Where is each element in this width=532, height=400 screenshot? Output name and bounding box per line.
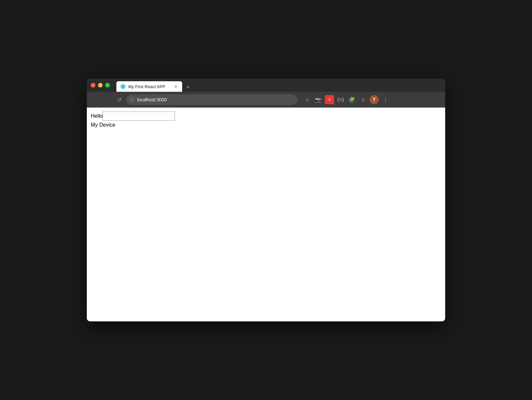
react-devtools-icon[interactable]: ⚛ [325, 95, 334, 104]
minimize-button[interactable] [98, 83, 103, 88]
back-button[interactable]: ← [91, 95, 100, 104]
forward-button[interactable]: → [103, 95, 112, 104]
nav-bar: ← → ↺ ⓘ localhost:3000 ☆ 📷 ⚛ (=) 🧩 ♫ T ⋮ [87, 92, 445, 108]
address-bar[interactable]: ⓘ localhost:3000 [126, 94, 297, 105]
react-favicon-icon: ⚛ [120, 84, 126, 89]
tab-title: My First React APP [128, 84, 170, 89]
bookmark-icon[interactable]: ☆ [302, 95, 312, 104]
camera-icon[interactable]: 📷 [314, 95, 323, 104]
new-tab-button[interactable]: + [183, 83, 192, 92]
title-bar: ⚛ My First React APP ✕ + [87, 79, 445, 92]
traffic-lights [91, 83, 110, 88]
reload-button[interactable]: ↺ [114, 95, 124, 104]
address-text: localhost:3000 [137, 97, 293, 102]
music-icon[interactable]: ♫ [358, 95, 368, 104]
profile-avatar[interactable]: T [370, 95, 379, 104]
browser-tab[interactable]: ⚛ My First React APP ✕ [116, 81, 182, 92]
maximize-button[interactable] [105, 83, 110, 88]
page-content: Hello My Device [87, 108, 445, 321]
eq-icon[interactable]: (=) [336, 95, 345, 104]
my-device-text: My Device [91, 122, 441, 128]
hello-row: Hello [91, 112, 441, 121]
extensions-icon[interactable]: 🧩 [347, 95, 356, 104]
browser-window: ⚛ My First React APP ✕ + ← → ↺ ⓘ localho… [87, 79, 445, 321]
close-button[interactable] [91, 83, 95, 88]
hello-label: Hello [91, 113, 103, 119]
tab-bar: ⚛ My First React APP ✕ + [116, 79, 192, 92]
tab-close-icon[interactable]: ✕ [173, 84, 178, 89]
toolbar-icons: ☆ 📷 ⚛ (=) 🧩 ♫ T ⋮ [302, 95, 390, 104]
more-options-icon[interactable]: ⋮ [381, 95, 390, 104]
hello-input[interactable] [103, 112, 175, 121]
info-icon[interactable]: ⓘ [130, 97, 134, 103]
